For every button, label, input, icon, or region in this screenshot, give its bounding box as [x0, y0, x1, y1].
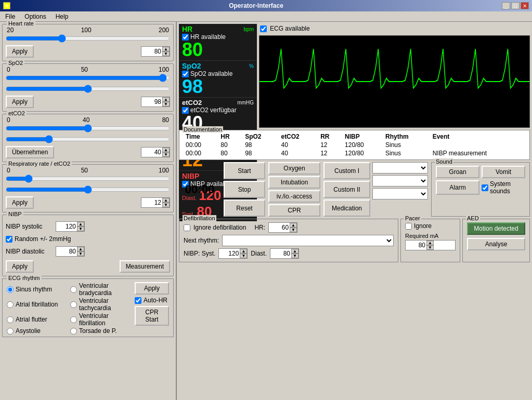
nibp-diast-down-button[interactable]: ▼: [77, 251, 84, 256]
spo2-apply-button[interactable]: Apply: [6, 96, 34, 108]
rhythm-ventricular-fib[interactable]: Ventricular fibrillation: [70, 312, 132, 327]
rhythm-atrial-fib[interactable]: Atrial fibrillation: [7, 297, 68, 312]
spo2-up-button[interactable]: ▲: [162, 97, 170, 102]
iv-access-button[interactable]: iv./io.-access: [268, 190, 320, 203]
nibp-measurement-button[interactable]: Measurement: [120, 260, 170, 273]
resp-down-button[interactable]: ▼: [162, 203, 170, 207]
spo2-slider2[interactable]: [6, 85, 170, 93]
pacer-required-up[interactable]: ▲: [426, 241, 434, 245]
rhythm-sinus[interactable]: Sinus rhythm: [7, 282, 68, 297]
menu-options[interactable]: Options: [22, 12, 48, 21]
ecg-waveform: [259, 36, 529, 127]
nibp-random-checkbox[interactable]: [6, 236, 12, 243]
menu-file[interactable]: File: [3, 12, 17, 21]
nibp-systolic-input[interactable]: [56, 222, 77, 231]
cpr-button[interactable]: CPR: [268, 204, 320, 217]
etco2-up-button[interactable]: ▲: [162, 148, 170, 152]
defib-hr-up[interactable]: ▲: [290, 223, 297, 228]
resp-slider[interactable]: [6, 175, 170, 183]
vomit-button[interactable]: Vomit: [482, 166, 525, 178]
rhythm-torsade[interactable]: Torsade de P.: [70, 327, 132, 335]
nibp-label: NIBP: [7, 211, 23, 217]
action-buttons: Start Stop Reset: [224, 162, 265, 217]
resp-apply-button[interactable]: Apply: [6, 196, 34, 209]
oxygen-button[interactable]: Oxygen: [268, 162, 320, 175]
intubation-button[interactable]: Intubation: [268, 176, 320, 189]
ecg-area: ECG available: [259, 24, 530, 128]
defib-ignore-checkbox[interactable]: [184, 224, 190, 231]
nibp-apply-button[interactable]: Apply: [6, 260, 34, 273]
pacer-required-input[interactable]: [406, 241, 426, 249]
motion-detected-button[interactable]: Motion detected: [467, 222, 525, 235]
etco2-value-input[interactable]: [141, 148, 162, 156]
hr-slider[interactable]: [6, 34, 170, 43]
custom2-dropdown[interactable]: [372, 175, 428, 186]
defib-hr-down[interactable]: ▼: [290, 228, 297, 232]
start-button[interactable]: Start: [224, 162, 265, 179]
minimize-button[interactable]: _: [502, 2, 510, 9]
medium-buttons: Oxygen Intubation iv./io.-access CPR: [268, 162, 320, 217]
cpr-start-button[interactable]: CPR Start: [135, 306, 169, 326]
custom1-dropdown[interactable]: [372, 162, 428, 174]
auto-hr-checkbox[interactable]: [135, 297, 141, 304]
spo2-down-button[interactable]: ▼: [162, 102, 170, 106]
rhythm-asystolie[interactable]: Asystolie: [7, 327, 68, 335]
defib-diast-spinbox: ▲ ▼: [270, 248, 299, 259]
defib-syst-input[interactable]: [219, 249, 240, 258]
defib-next-rhythm-dropdown[interactable]: [222, 235, 394, 246]
spo2-value-input[interactable]: [141, 98, 162, 106]
rhythm-ventricular-tachy[interactable]: Ventricular tachycardia: [70, 297, 132, 312]
window-title: Operator-Interface: [10, 2, 502, 9]
analyse-button[interactable]: Analyse: [467, 238, 525, 250]
menu-help[interactable]: Help: [54, 12, 71, 21]
ecg-rhythm-apply-button[interactable]: Apply: [135, 282, 169, 295]
resp-up-button[interactable]: ▲: [162, 198, 170, 203]
stop-button[interactable]: Stop: [224, 181, 265, 198]
custom1-button[interactable]: Custom I: [323, 162, 370, 179]
hr-value-input[interactable]: [141, 47, 162, 56]
col-rhythm: Rhythm: [382, 132, 430, 141]
defib-hr-input[interactable]: [269, 223, 290, 232]
hr-name: HR: [182, 25, 192, 33]
defib-diast-down[interactable]: ▼: [291, 254, 299, 258]
hr-apply-button[interactable]: Apply: [6, 45, 34, 58]
groan-button[interactable]: Groan: [436, 166, 479, 178]
rhythm-atrial-flutter[interactable]: Atrial flutter: [7, 312, 68, 327]
rhythm-ventricular-brady[interactable]: Ventricular bradycardia: [70, 282, 132, 297]
etco2-name: etCO2: [182, 99, 202, 106]
hr-up-button[interactable]: ▲: [162, 47, 170, 51]
pacer-required-down[interactable]: ▼: [426, 245, 434, 250]
pacer-ignore-checkbox[interactable]: [405, 223, 412, 230]
medication-button[interactable]: Medication: [323, 199, 370, 217]
medication-dropdown[interactable]: [372, 188, 428, 199]
resp-slider2[interactable]: [6, 185, 170, 194]
auto-hr-label: Auto-HR: [144, 297, 167, 304]
etco2-slider[interactable]: [6, 124, 170, 132]
custom-buttons: Custom I Custom II Medication: [323, 162, 370, 217]
ecg-rhythm-label: ECG rhythm: [7, 275, 42, 281]
ecg-available-checkbox[interactable]: [260, 25, 267, 32]
reset-button[interactable]: Reset: [224, 199, 265, 217]
nibp-syst-down-button[interactable]: ▼: [77, 226, 84, 231]
resp-ticks: 0 50 100: [6, 167, 170, 174]
defib-diast-input[interactable]: [270, 249, 291, 258]
spo2-slider[interactable]: [6, 74, 170, 82]
maximize-button[interactable]: □: [511, 2, 520, 9]
etco2-down-button[interactable]: ▼: [162, 152, 170, 157]
sound-title: Sound: [435, 158, 453, 165]
nibp-diast-up-button[interactable]: ▲: [77, 247, 84, 251]
custom2-button[interactable]: Custom II: [323, 181, 370, 198]
hr-down-button[interactable]: ▼: [162, 51, 170, 56]
defib-syst-up[interactable]: ▲: [240, 249, 247, 254]
etco2-slider2[interactable]: [6, 135, 170, 143]
alarm-button[interactable]: Alarm: [436, 180, 479, 195]
defib-diast-up[interactable]: ▲: [291, 249, 299, 254]
etco2-apply-button[interactable]: Übernehmen: [6, 146, 54, 158]
resp-value-input[interactable]: [141, 198, 162, 207]
defib-syst-down[interactable]: ▼: [240, 254, 247, 258]
nibp-syst-up-button[interactable]: ▲: [77, 222, 84, 226]
close-button[interactable]: ✕: [521, 2, 529, 9]
system-sounds-checkbox[interactable]: [482, 184, 488, 191]
nibp-diastolic-input[interactable]: [56, 247, 77, 256]
col-hr: HR: [217, 132, 242, 141]
